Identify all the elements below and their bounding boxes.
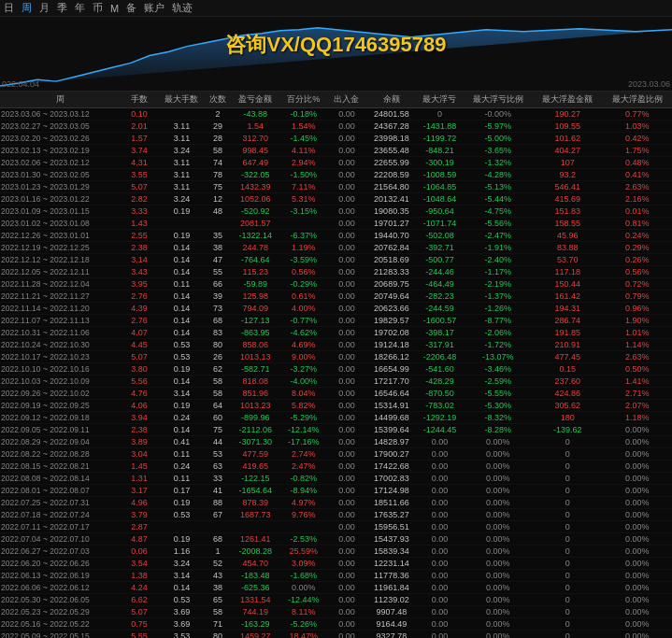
table-row: 2023.03.06 ~ 2023.03.120.102-43.88-0.18%…: [0, 108, 672, 121]
col-pnl: 盈亏金额: [230, 92, 280, 108]
table-row: 2022.06.06 ~ 2022.06.124.240.1438-625.36…: [0, 582, 672, 594]
table-header-row: 周 手数 最大手数 次数 盈亏金额 百分比% 出入金 余额 最大浮亏 最大浮亏比…: [0, 92, 672, 108]
table-row: 2022.10.24 ~ 2022.10.304.450.5380858.064…: [0, 339, 672, 351]
col-count: 次数: [206, 92, 231, 108]
col-inout: 出入金: [326, 92, 366, 108]
table-row: 2022.09.19 ~ 2022.09.254.060.19641013.23…: [0, 400, 672, 412]
table-row: 2023.01.09 ~ 2023.01.153.330.1948-520.92…: [0, 206, 672, 218]
nav-currency[interactable]: 币: [93, 1, 103, 15]
table-row: 2022.12.12 ~ 2022.12.183.140.1447-764.64…: [0, 254, 672, 266]
col-max-float-loss: 最大浮亏: [416, 92, 464, 108]
table-row: 2022.12.26 ~ 2023.01.012.550.1935-1322.1…: [0, 230, 672, 242]
col-balance: 余额: [367, 92, 417, 108]
table-row: 2022.05.09 ~ 2022.05.155.553.53801459.27…: [0, 631, 672, 639]
col-max-float-gain: 最大浮盈金额: [533, 92, 602, 108]
table-row: 2023.01.30 ~ 2023.02.053.553.1178-322.05…: [0, 169, 672, 181]
col-max-float-gain-pct: 最大浮盈比例: [603, 92, 673, 108]
table-row: 2022.09.05 ~ 2022.09.112.380.1475-2112.0…: [0, 424, 672, 436]
col-max-hands: 最大手数: [158, 92, 206, 108]
table-row: 2023.01.16 ~ 2023.01.222.823.24121052.06…: [0, 193, 672, 206]
table-row: 2023.01.02 ~ 2023.01.081.432081.570.0019…: [0, 218, 672, 230]
table-row: 2022.11.21 ~ 2022.11.272.760.1439125.980…: [0, 291, 672, 303]
table-row: 2022.08.29 ~ 2022.09.043.890.4144-3071.3…: [0, 436, 672, 448]
table-row: 2022.06.20 ~ 2022.06.263.543.2452454.703…: [0, 558, 672, 570]
nav-day[interactable]: 日: [4, 1, 14, 15]
table-row: 2022.11.14 ~ 2022.11.204.390.1473794.094…: [0, 303, 672, 315]
nav-month[interactable]: 月: [39, 1, 50, 15]
table-row: 2022.12.19 ~ 2022.12.252.380.1438244.781…: [0, 242, 672, 254]
nav-year[interactable]: 年: [75, 1, 85, 15]
table-row: 2022.08.15 ~ 2022.08.211.450.2463419.652…: [0, 461, 672, 473]
table-body: 2023.03.06 ~ 2023.03.120.102-43.88-0.18%…: [0, 108, 672, 639]
chart-label-right: 2023.03.06: [628, 79, 670, 89]
table-row: 2022.05.30 ~ 2022.06.056.620.53651331.54…: [0, 594, 672, 606]
nav-week[interactable]: 周: [21, 1, 32, 15]
table-row: 2022.09.12 ~ 2022.09.183.940.2460-899.96…: [0, 412, 672, 424]
table-row: 2022.07.11 ~ 2022.07.172.870.0015956.510…: [0, 521, 672, 533]
table-row: 2023.02.20 ~ 2023.02.261.573.1128312.70-…: [0, 133, 672, 145]
table-row: 2022.09.26 ~ 2022.10.024.763.1458851.968…: [0, 388, 672, 400]
table-row: 2022.07.04 ~ 2022.07.104.870.19681261.41…: [0, 533, 672, 546]
table-row: 2023.02.13 ~ 2023.02.193.743.2458998.454…: [0, 145, 672, 157]
table-row: 2022.10.10 ~ 2022.10.163.800.1962-582.71…: [0, 363, 672, 376]
table-row: 2022.08.22 ~ 2022.08.283.040.1153477.592…: [0, 448, 672, 461]
table-row: 2022.08.01 ~ 2022.08.073.170.1741-1654.6…: [0, 485, 672, 497]
table-row: 2022.05.23 ~ 2022.05.295.073.6958744.198…: [0, 606, 672, 618]
table-row: 2022.11.28 ~ 2022.12.043.950.1166-59.89-…: [0, 278, 672, 291]
col-pct: 百分比%: [280, 92, 326, 108]
table-row: 2022.07.25 ~ 2022.07.314.960.1988878.394…: [0, 497, 672, 509]
watermark: 咨询VX/QQ1746395789: [225, 31, 446, 59]
nav-track[interactable]: 轨迹: [172, 1, 193, 15]
nav-m[interactable]: M: [110, 3, 119, 14]
table-row: 2022.10.17 ~ 2022.10.235.070.53261013.13…: [0, 351, 672, 363]
col-date: 周: [0, 92, 121, 108]
data-table-container[interactable]: 周 手数 最大手数 次数 盈亏金额 百分比% 出入金 余额 最大浮亏 最大浮亏比…: [0, 92, 672, 638]
table-row: 2022.06.13 ~ 2022.06.191.383.1443-183.48…: [0, 570, 672, 582]
col-hands: 手数: [121, 92, 159, 108]
table-row: 2022.08.08 ~ 2022.08.141.310.1133-122.15…: [0, 473, 672, 485]
nav-backup[interactable]: 备: [126, 1, 136, 15]
nav-quarter[interactable]: 季: [57, 1, 67, 15]
table-row: 2022.05.16 ~ 2022.05.220.753.6971-163.29…: [0, 618, 672, 631]
table-row: 2023.02.27 ~ 2023.03.052.013.11291.541.5…: [0, 121, 672, 133]
table-row: 2022.10.03 ~ 2022.10.095.560.1458818.08-…: [0, 376, 672, 388]
chart-label-left: 022.04.04: [2, 79, 39, 89]
top-navigation: 日 周 月 季 年 币 M 备 账户 轨迹: [0, 0, 672, 17]
weekly-stats-table: 周 手数 最大手数 次数 盈亏金额 百分比% 出入金 余额 最大浮亏 最大浮亏比…: [0, 92, 672, 638]
table-row: 2023.02.06 ~ 2023.02.124.313.1174647.492…: [0, 157, 672, 169]
table-row: 2023.01.23 ~ 2023.01.295.073.11751432.39…: [0, 181, 672, 193]
table-row: 2022.10.31 ~ 2022.11.064.070.1483-863.95…: [0, 327, 672, 339]
table-row: 2022.07.18 ~ 2022.07.243.790.53671687.73…: [0, 509, 672, 521]
chart-area: 咨询VX/QQ1746395789 022.04.04 2023.03.06: [0, 17, 672, 92]
col-max-float-loss-pct: 最大浮亏比例: [464, 92, 533, 108]
table-row: 2022.11.07 ~ 2022.11.132.760.1468-127.13…: [0, 315, 672, 327]
table-row: 2022.12.05 ~ 2022.12.113.430.1455115.230…: [0, 266, 672, 278]
nav-account[interactable]: 账户: [144, 1, 164, 15]
table-row: 2022.06.27 ~ 2022.07.030.061.161-2008.28…: [0, 546, 672, 558]
